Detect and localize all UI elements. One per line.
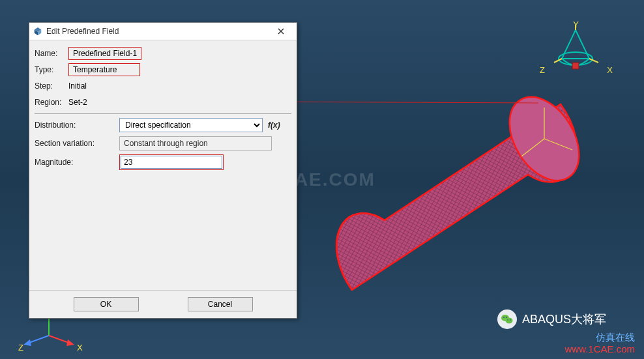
triad-z-label: Z <box>540 65 545 75</box>
svg-line-16 <box>49 336 70 343</box>
cancel-button[interactable]: Cancel <box>188 297 253 311</box>
separator <box>35 113 291 114</box>
axis-x-label: X <box>77 343 83 352</box>
svg-rect-13 <box>572 63 579 69</box>
svg-point-25 <box>510 319 511 321</box>
edit-predefined-field-dialog: Edit Predefined Field Name: Predefined F… <box>29 22 297 319</box>
name-value: Predefined Field-1 <box>68 47 141 60</box>
distribution-label: Distribution: <box>35 121 119 130</box>
svg-point-22 <box>503 317 505 318</box>
svg-marker-17 <box>66 339 74 346</box>
region-label: Region: <box>35 98 66 107</box>
dialog-title: Edit Predefined Field <box>46 27 268 36</box>
svg-point-21 <box>505 318 512 324</box>
axis-z-label: Z <box>18 343 23 352</box>
svg-marker-19 <box>23 339 31 346</box>
distribution-select[interactable]: Direct specification <box>119 118 263 132</box>
svg-point-24 <box>507 319 508 321</box>
close-icon <box>278 28 284 35</box>
view-triad[interactable] <box>546 25 605 96</box>
site-url: www.1CAE.com <box>564 343 635 355</box>
app-icon <box>33 27 42 36</box>
type-value: Temperature <box>68 63 140 76</box>
magnitude-label: Magnitude: <box>35 158 119 167</box>
region-value: Set-2 <box>68 98 87 107</box>
svg-marker-8 <box>562 30 589 59</box>
site-link: 仿真在线 www.1CAE.com <box>564 332 635 355</box>
type-label: Type: <box>35 65 66 74</box>
magnitude-input[interactable] <box>121 156 222 169</box>
triad-x-label: X <box>607 65 613 75</box>
dialog-titlebar[interactable]: Edit Predefined Field <box>29 23 297 40</box>
close-button[interactable] <box>268 25 294 38</box>
site-cn: 仿真在线 <box>564 332 635 343</box>
step-value: Initial <box>68 81 87 91</box>
svg-line-18 <box>27 336 49 343</box>
ok-button[interactable]: OK <box>74 297 139 311</box>
section-variation-label: Section variation: <box>35 139 119 148</box>
name-label: Name: <box>35 49 66 58</box>
wechat-icon <box>497 309 517 329</box>
triad-y-label: Y <box>573 20 579 29</box>
step-label: Step: <box>35 81 66 91</box>
channel-credit: ABAQUS大将军 <box>497 309 606 329</box>
section-variation-value: Constant through region <box>119 136 272 151</box>
channel-name: ABAQUS大将军 <box>522 311 606 327</box>
fx-button[interactable]: f(x) <box>268 121 280 130</box>
svg-point-23 <box>506 317 507 318</box>
